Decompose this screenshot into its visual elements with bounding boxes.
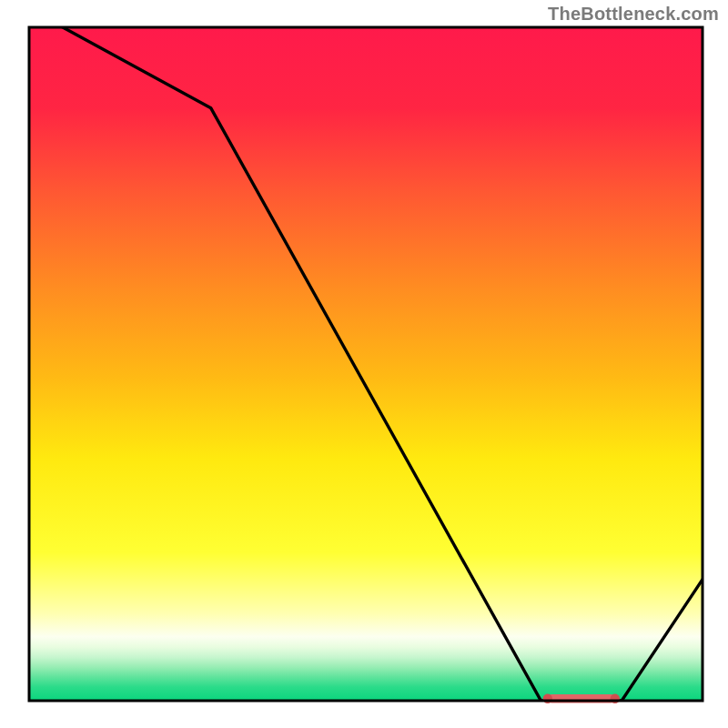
gradient-background [29,27,703,701]
bottleneck-chart [0,0,728,728]
plot-area [29,14,703,703]
